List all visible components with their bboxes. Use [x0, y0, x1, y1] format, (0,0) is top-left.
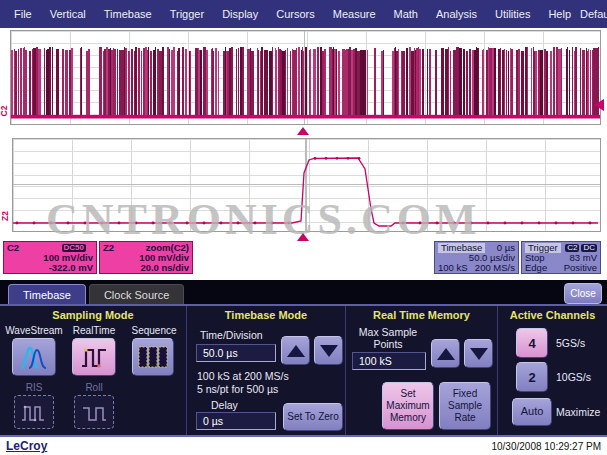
- time-division-down-button[interactable]: [314, 336, 343, 365]
- time-division-label: Time/Division: [200, 329, 263, 341]
- timebase-samples: 100 kS: [438, 263, 468, 273]
- timebase-dialog: Timebase Clock Source Close Sampling Mod…: [0, 280, 607, 437]
- c2-descriptor-title: C2: [7, 243, 19, 253]
- timebase-mode-section: Timebase Mode Time/Division 50.0 µs 100 …: [187, 306, 346, 435]
- datetime-label: 10/30/2008 10:29:27 PM: [491, 441, 601, 452]
- z2-trace-marker: Z2: [0, 211, 10, 221]
- sample-info-line1: 100 kS at 200 MS/s: [197, 370, 289, 382]
- c2-offset: -322.0 mV: [49, 263, 93, 273]
- wavestream-icon: [17, 343, 51, 371]
- sampling-mode-title: Sampling Mode: [0, 309, 186, 321]
- roll-label: Roll: [72, 382, 116, 393]
- default-label: Default:: [580, 8, 607, 20]
- c2-waveform-svg: [11, 31, 600, 124]
- c2-graticule: [10, 30, 601, 125]
- up-arrow-icon: [437, 348, 455, 360]
- timebase-descriptor-box[interactable]: Timebase 0 µs 50.0 µs/div 100 kS 200 MS/…: [434, 241, 519, 274]
- real-time-memory-title: Real Time Memory: [346, 309, 497, 321]
- menu-file[interactable]: File: [5, 8, 41, 20]
- active-channels-section: Active Channels 4 5GS/s 2 10GS/s Auto Ma…: [498, 306, 607, 435]
- timebase-sample-rate: 200 MS/s: [475, 263, 515, 273]
- status-bar: LeCroy 10/30/2008 10:29:27 PM: [0, 437, 607, 455]
- close-button[interactable]: Close: [564, 283, 602, 304]
- channels-4-rate-label: 5GS/s: [556, 337, 585, 349]
- menu-measure[interactable]: Measure: [324, 8, 385, 20]
- menu-trigger[interactable]: Trigger: [161, 8, 213, 20]
- realtime-button[interactable]: [72, 338, 116, 376]
- channels-2-rate-label: 10GS/s: [556, 371, 591, 383]
- roll-button[interactable]: [74, 395, 114, 429]
- z2-descriptor-box[interactable]: Z2 zoom(C2) 100 mV/div 20.0 ns/div: [99, 241, 193, 274]
- waveform-display: C2 Z2 CNTRONICS.COM C2 DC50 100 mV/div -…: [0, 28, 607, 280]
- z2-descriptor-title: Z2: [103, 243, 114, 253]
- wavestream-button[interactable]: [12, 338, 56, 376]
- c2-descriptor-box[interactable]: C2 DC50 100 mV/div -322.0 mV: [3, 241, 97, 274]
- tab-clock-source[interactable]: Clock Source: [89, 284, 184, 304]
- active-channels-title: Active Channels: [498, 309, 607, 321]
- ris-button[interactable]: [14, 395, 54, 429]
- ris-icon: [19, 400, 49, 424]
- lecroy-logo: LeCroy: [6, 439, 47, 453]
- menu-utilities[interactable]: Utilities: [486, 8, 539, 20]
- c2-coupling-badge: DC50: [62, 244, 86, 252]
- trigger-delay-marker-icon[interactable]: [297, 233, 309, 241]
- fixed-sample-rate-button[interactable]: Fixed Sample Rate: [439, 382, 491, 430]
- realtime-icon: [77, 343, 111, 371]
- memory-down-button[interactable]: [464, 339, 493, 368]
- trigger-position-marker-icon[interactable]: [297, 127, 309, 135]
- menu-bar: File Vertical Timebase Trigger Display C…: [0, 0, 607, 28]
- set-to-zero-button[interactable]: Set To Zero: [283, 403, 343, 431]
- ris-label: RIS: [12, 382, 56, 393]
- dialog-tab-bar: Timebase Clock Source Close: [0, 280, 607, 306]
- max-sample-points-field[interactable]: 100 kS: [352, 352, 426, 370]
- trigger-level-arrow-icon[interactable]: [594, 99, 604, 111]
- z2-time-per-div: 20.0 ns/div: [140, 263, 189, 273]
- menu-vertical[interactable]: Vertical: [41, 8, 95, 20]
- timebase-mode-title: Timebase Mode: [187, 309, 345, 321]
- trigger-type: Edge: [525, 263, 547, 273]
- realtime-label: RealTime: [66, 325, 122, 336]
- delay-field[interactable]: 0 µs: [196, 412, 276, 430]
- max-sample-label-line1: Max Sample: [350, 326, 426, 338]
- time-division-field[interactable]: 50.0 µs: [196, 344, 276, 362]
- oscilloscope-screen: File Vertical Timebase Trigger Display C…: [0, 0, 607, 455]
- menu-display[interactable]: Display: [213, 8, 267, 20]
- down-arrow-icon: [320, 345, 338, 357]
- watermark: CNTRONICS.COM: [46, 194, 481, 245]
- trigger-descriptor-box[interactable]: Trigger C2 DC Stop 83 mV Edge Positive: [521, 241, 601, 274]
- trigger-slope: Positive: [564, 263, 597, 273]
- roll-icon: [79, 400, 109, 424]
- down-arrow-icon: [470, 348, 488, 360]
- channels-4-button[interactable]: 4: [516, 328, 548, 358]
- sequence-button[interactable]: [132, 338, 174, 376]
- menu-cursors[interactable]: Cursors: [267, 8, 324, 20]
- trigger-coupling-badge: DC: [581, 244, 597, 252]
- up-arrow-icon: [287, 345, 305, 357]
- channels-2-button[interactable]: 2: [516, 362, 548, 392]
- max-sample-label-line2: Points: [350, 338, 426, 350]
- channels-auto-label: Maximize: [556, 406, 600, 418]
- time-division-up-button[interactable]: [281, 336, 310, 365]
- menu-math[interactable]: Math: [385, 8, 427, 20]
- c2-trace-marker: C2: [0, 106, 9, 117]
- wavestream-label: WaveStream: [2, 325, 66, 336]
- set-maximum-memory-button[interactable]: Set Maximum Memory: [382, 382, 434, 430]
- sequence-icon: [136, 343, 170, 371]
- delay-label: Delay: [211, 399, 238, 411]
- menu-help[interactable]: Help: [539, 8, 580, 20]
- memory-up-button[interactable]: [431, 339, 460, 368]
- real-time-memory-section: Real Time Memory Max Sample Points 100 k…: [346, 306, 498, 435]
- sample-info-line2: 5 ns/pt for 500 µs: [197, 383, 278, 395]
- menu-timebase[interactable]: Timebase: [95, 8, 161, 20]
- trigger-source-badge: C2: [565, 244, 579, 252]
- tab-timebase[interactable]: Timebase: [8, 284, 86, 304]
- channels-auto-button[interactable]: Auto: [512, 398, 552, 426]
- menu-analysis[interactable]: Analysis: [427, 8, 486, 20]
- sequence-label: Sequence: [126, 325, 182, 336]
- sampling-mode-section: Sampling Mode WaveStream RealTime Sequen…: [0, 306, 187, 435]
